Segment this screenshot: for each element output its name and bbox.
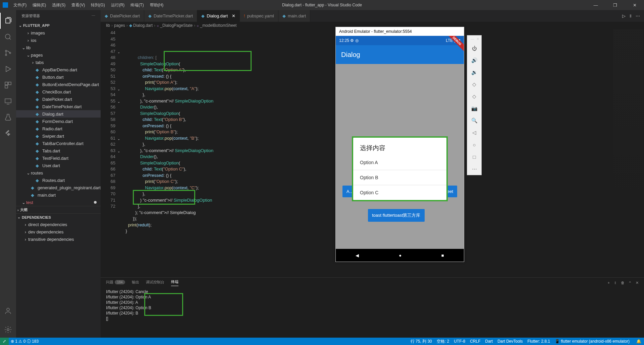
remote-icon[interactable]: [0, 93, 16, 109]
extensions-icon[interactable]: [0, 77, 16, 93]
outline-section[interactable]: › 大纲: [16, 206, 101, 213]
editor-tab[interactable]: ◆main.dart: [278, 10, 310, 22]
tree-item[interactable]: ◆CheckBox.dart: [16, 88, 101, 95]
home-icon[interactable]: ○: [467, 139, 482, 151]
menu-item[interactable]: 帮助(H): [147, 1, 166, 9]
emulator-screen[interactable]: 12:25 ⚙ ◎ LTE ◢ ▮ DEBUG Dialog A… …eet t…: [336, 36, 464, 262]
tree-item[interactable]: ›ios: [16, 37, 101, 44]
breadcrumb-item[interactable]: ⬦ _DialogPageState: [157, 23, 193, 28]
tree-item[interactable]: ◆DateTimePicker.dart: [16, 103, 101, 110]
breadcrumb-item[interactable]: lib: [106, 23, 110, 28]
terminal-output[interactable]: I/flutter (24204): CancleI/flutter (2420…: [101, 288, 644, 338]
run-icon[interactable]: ▷: [622, 13, 626, 18]
more-icon[interactable]: ⋯: [636, 13, 640, 18]
dialog-option[interactable]: Option C: [353, 185, 446, 200]
rotate-right-icon[interactable]: ◇: [467, 90, 482, 102]
minimize-button[interactable]: —: [589, 3, 602, 8]
menu-item[interactable]: 转到(G): [88, 1, 107, 9]
dialog-option[interactable]: Option A: [353, 155, 446, 170]
split-terminal-icon[interactable]: ⫴: [614, 281, 616, 285]
tree-item[interactable]: ◆Dialog.dart: [16, 110, 101, 118]
minimap[interactable]: [613, 29, 643, 203]
testing-icon[interactable]: [0, 109, 16, 125]
more-icon[interactable]: ⋯: [467, 163, 482, 175]
editor-tab[interactable]: ◆DateTimePicker.dart: [144, 10, 197, 22]
menu-item[interactable]: 编辑(E): [30, 1, 49, 9]
more-icon[interactable]: ⋯: [92, 14, 95, 18]
editor-tab[interactable]: ◆DatePicker.dart: [101, 10, 144, 22]
tree-item[interactable]: ◆DatePicker.dart: [16, 95, 101, 103]
menu-item[interactable]: 查看(V): [69, 1, 88, 9]
errors-warnings[interactable]: ⊗ 1 ⚠ 0 ⓘ 183: [11, 339, 39, 344]
maximize-button[interactable]: ❐: [608, 3, 622, 8]
tab-problems[interactable]: 问题184: [106, 280, 125, 286]
volume-up-icon[interactable]: 🔊: [467, 54, 482, 66]
search-icon[interactable]: [0, 29, 16, 45]
tree-item[interactable]: ⌄routes: [16, 169, 101, 177]
button-behind[interactable]: toast fluttertoast第三方库: [368, 209, 425, 222]
menu-item[interactable]: 文件(F): [11, 1, 29, 9]
power-icon[interactable]: ⏻: [467, 42, 482, 54]
new-terminal-icon[interactable]: +: [607, 281, 609, 285]
account-icon[interactable]: [0, 303, 16, 319]
source-control-icon[interactable]: [0, 45, 16, 61]
overview-icon[interactable]: □: [467, 151, 482, 163]
tree-item[interactable]: ◆AppBarDemo.dart: [16, 66, 101, 73]
close-button[interactable]: ✕: [628, 3, 641, 8]
flutter-icon[interactable]: [0, 125, 16, 141]
breadcrumb-item[interactable]: ⬦ _modelBottomSheet: [197, 23, 236, 28]
emu-minimize-icon[interactable]: —: [471, 37, 474, 41]
tab-debug-console[interactable]: 调试控制台: [146, 280, 164, 286]
cursor-position[interactable]: 行 75, 列 30: [411, 339, 432, 344]
dependency-item[interactable]: ›transitive dependencies: [16, 235, 101, 243]
notifications-icon[interactable]: 🔔: [636, 339, 641, 344]
device-selector[interactable]: 📱 flutter emulator (android-x86 emulator…: [555, 339, 630, 344]
recents-icon[interactable]: ■: [441, 253, 444, 258]
zoom-icon[interactable]: 🔍: [467, 115, 482, 127]
remote-indicator[interactable]: ⤢: [0, 338, 9, 345]
dependency-item[interactable]: ›direct dependencies: [16, 221, 101, 228]
eol[interactable]: CRLF: [470, 339, 480, 344]
tree-item[interactable]: ◆generated_plugin_registrant.dart: [16, 184, 101, 191]
breadcrumb-item[interactable]: ◆ Dialog.dart: [129, 23, 153, 28]
split-editor-icon[interactable]: ⫴: [630, 13, 632, 19]
tree-item[interactable]: ◆Radio.dart: [16, 125, 101, 132]
tree-item[interactable]: ◆FormDemo.dart: [16, 118, 101, 125]
tree-item[interactable]: ›tabs: [16, 59, 101, 66]
tree-item[interactable]: ◆ButtonExtendDemoPage.dart: [16, 81, 101, 88]
trash-icon[interactable]: 🗑: [621, 281, 625, 285]
project-header[interactable]: ⌄ FLUTTER_APP: [16, 22, 101, 29]
close-icon[interactable]: ✕: [232, 13, 235, 18]
tree-item[interactable]: ◆TabBarController.dart: [16, 140, 101, 147]
home-icon[interactable]: ●: [399, 253, 401, 258]
dart-devtools[interactable]: Dart DevTools: [497, 339, 523, 344]
tree-item[interactable]: ◆main.dart: [16, 191, 101, 199]
menu-item[interactable]: 终端(T): [128, 1, 146, 9]
flutter-version[interactable]: Flutter: 2.8.1: [528, 339, 550, 344]
language-mode[interactable]: Dart: [485, 339, 493, 344]
maximize-panel-icon[interactable]: ^: [629, 281, 631, 285]
editor-tab[interactable]: ◆Dialog.dart✕: [197, 10, 240, 22]
tree-item[interactable]: ⌄test: [16, 199, 101, 206]
editor-tab[interactable]: !pubspec.yaml: [240, 10, 278, 22]
indentation[interactable]: 空格: 2: [437, 339, 449, 344]
dependencies-section[interactable]: ⌄ DEPENDENCIES: [16, 213, 101, 221]
tree-item[interactable]: ◆Swiper.dart: [16, 132, 101, 140]
tree-item[interactable]: ◆Routes.dart: [16, 177, 101, 184]
explorer-icon[interactable]: [0, 13, 16, 29]
tree-item[interactable]: ◆Button.dart: [16, 73, 101, 81]
tab-terminal[interactable]: 终端: [171, 279, 178, 286]
tree-item[interactable]: ⌄pages: [16, 51, 101, 59]
camera-icon[interactable]: 📷: [467, 102, 482, 115]
menu-item[interactable]: 运行(R): [108, 1, 127, 9]
run-debug-icon[interactable]: [0, 61, 16, 77]
tree-item[interactable]: ⌄lib: [16, 44, 101, 51]
rotate-left-icon[interactable]: ◇: [467, 78, 482, 90]
tree-item[interactable]: ◆Tabs.dart: [16, 147, 101, 154]
back-icon[interactable]: ◁: [467, 127, 482, 139]
breadcrumb-item[interactable]: pages: [114, 23, 125, 28]
menu-item[interactable]: 选择(S): [49, 1, 68, 9]
tree-item[interactable]: ›images: [16, 29, 101, 37]
settings-gear-icon[interactable]: [0, 322, 16, 338]
close-panel-icon[interactable]: ✕: [636, 281, 639, 285]
